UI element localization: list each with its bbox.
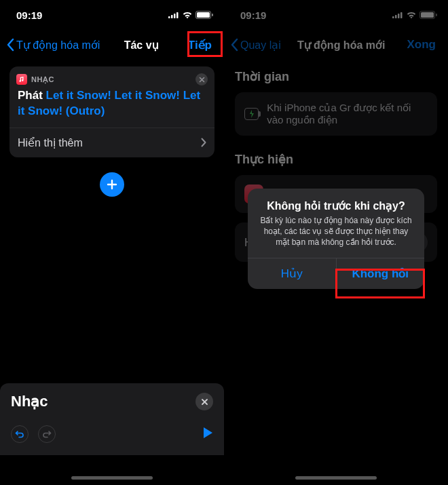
status-time: 09:19 <box>16 9 42 21</box>
svg-rect-0 <box>168 16 170 18</box>
music-bottom-sheet: Nhạc <box>0 383 224 455</box>
action-card: NHẠC Phát Let it Snow! Let it Snow! Let … <box>10 66 214 157</box>
confirm-alert: Không hỏi trước khi chạy? Bất kỳ lúc nào… <box>248 189 424 289</box>
phone-left: 09:19 Tự động hóa mới Tác vụ Tiếp <box>0 0 224 485</box>
play-prefix: Phát <box>18 89 43 102</box>
add-action-button[interactable] <box>100 172 124 197</box>
undo-button[interactable] <box>11 425 29 443</box>
statusbar: 09:19 <box>0 0 224 30</box>
svg-rect-2 <box>174 14 176 18</box>
alert-message: Bất kỳ lúc nào tự động hóa này được kích… <box>248 215 424 258</box>
battery-icon <box>195 11 213 19</box>
alert-confirm-button[interactable]: Không hỏi <box>337 258 425 289</box>
phone-right: 09:19 Quay lại Tự động hóa mới Xong Thời… <box>224 0 448 485</box>
close-sheet-button[interactable] <box>195 393 213 410</box>
navbar-left: Tự động hóa mới Tác vụ Tiếp <box>0 30 224 60</box>
play-icon <box>202 427 213 439</box>
song-title: Let it Snow! Let it Snow! Let it Snow! (… <box>18 89 200 117</box>
close-icon <box>201 398 208 406</box>
undo-icon <box>15 429 24 439</box>
app-chip-music: NHẠC <box>16 74 54 85</box>
chevron-right-icon <box>201 138 206 147</box>
alert-cancel-button[interactable]: Hủy <box>248 258 337 289</box>
redo-button[interactable] <box>38 425 56 443</box>
card-header: NHẠC <box>10 66 214 85</box>
clear-action-button[interactable] <box>195 73 208 85</box>
wifi-icon <box>182 11 193 19</box>
app-chip-label: NHẠC <box>31 75 54 84</box>
svg-rect-1 <box>171 15 173 18</box>
plus-icon <box>106 178 118 191</box>
sheet-title: Nhạc <box>11 393 48 410</box>
status-right <box>168 11 213 19</box>
back-button[interactable]: Tự động hóa mới <box>7 38 100 52</box>
svg-rect-3 <box>176 12 179 18</box>
play-line[interactable]: Phát Let it Snow! Let it Snow! Let it Sn… <box>10 85 214 128</box>
svg-rect-6 <box>212 14 213 16</box>
music-app-icon <box>16 74 27 85</box>
show-more-label: Hiển thị thêm <box>18 136 83 149</box>
back-label: Tự động hóa mới <box>16 39 100 52</box>
home-indicator <box>71 476 153 480</box>
next-button[interactable]: Tiếp <box>183 35 217 55</box>
redo-icon <box>42 429 52 439</box>
home-indicator <box>295 476 377 480</box>
signal-icon <box>168 12 179 18</box>
show-more-row[interactable]: Hiển thị thêm <box>10 128 214 157</box>
alert-title: Không hỏi trước khi chạy? <box>248 189 424 215</box>
chevron-left-icon <box>7 38 15 52</box>
run-button[interactable] <box>202 427 213 442</box>
nav-title: Tác vụ <box>124 39 159 52</box>
svg-rect-5 <box>197 12 210 18</box>
